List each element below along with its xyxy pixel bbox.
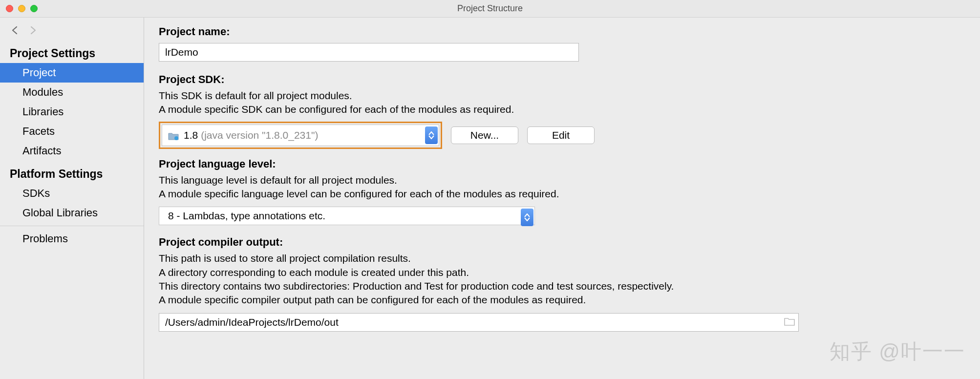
svg-point-0	[174, 136, 178, 140]
project-name-input[interactable]	[159, 43, 579, 62]
new-sdk-button[interactable]: New...	[451, 126, 518, 144]
sidebar-item-libraries[interactable]: Libraries	[0, 102, 144, 122]
compiler-output-desc4: A module specific compiler output path c…	[159, 293, 965, 307]
sidebar-heading-platform-settings: Platform Settings	[0, 161, 144, 184]
compiler-output-label: Project compiler output:	[159, 236, 965, 249]
lang-level-desc1: This language level is default for all p…	[159, 173, 965, 187]
compiler-output-desc3: This directory contains two subdirectori…	[159, 279, 965, 293]
titlebar: Project Structure	[0, 0, 980, 18]
sidebar-item-project[interactable]: Project	[0, 63, 144, 83]
sidebar-item-label: Facets	[22, 125, 55, 138]
sidebar-item-label: Global Libraries	[22, 207, 98, 219]
project-sdk-desc1: This SDK is default for all project modu…	[159, 89, 965, 103]
sidebar-item-problems[interactable]: Problems	[0, 229, 144, 249]
compiler-output-desc1: This path is used to store all project c…	[159, 252, 965, 265]
forward-button[interactable]	[27, 25, 38, 36]
lang-level-combobox[interactable]: 8 - Lambdas, type annotations etc.	[159, 207, 535, 225]
project-sdk-label: Project SDK:	[159, 73, 965, 86]
sidebar-item-artifacts[interactable]: Artifacts	[0, 141, 144, 161]
button-label: Edit	[552, 129, 570, 141]
sdk-highlight-box: 1.8 (java version "1.8.0_231")	[159, 122, 442, 149]
sdk-name: 1.8	[184, 129, 198, 141]
back-button[interactable]	[10, 25, 21, 36]
sidebar-item-label: Artifacts	[22, 145, 61, 157]
sidebar-item-modules[interactable]: Modules	[0, 83, 144, 102]
window-title: Project Structure	[0, 3, 980, 14]
sdk-detail: (java version "1.8.0_231")	[201, 129, 318, 141]
nav-history	[0, 21, 144, 40]
sidebar-heading-project-settings: Project Settings	[0, 40, 144, 63]
sidebar-item-label: Modules	[22, 86, 63, 99]
sidebar-item-sdks[interactable]: SDKs	[0, 184, 144, 203]
sidebar-item-label: Libraries	[22, 105, 64, 118]
compiler-output-input[interactable]: /Users/admin/IdeaProjects/lrDemo/out	[159, 313, 799, 332]
project-sdk-desc2: A module specific SDK can be configured …	[159, 103, 965, 116]
sidebar-item-facets[interactable]: Facets	[0, 122, 144, 141]
project-sdk-combobox[interactable]: 1.8 (java version "1.8.0_231")	[162, 125, 439, 146]
lang-level-value: 8 - Lambdas, type annotations etc.	[168, 210, 325, 222]
lang-level-label: Project language level:	[159, 158, 965, 170]
content-pane: Project name: Project SDK: This SDK is d…	[144, 18, 980, 379]
divider	[0, 226, 144, 226]
button-label: New...	[470, 129, 499, 141]
sdk-folder-icon	[168, 131, 179, 139]
lang-level-desc2: A module specific language level can be …	[159, 187, 965, 201]
combo-stepper-icon	[425, 126, 438, 144]
compiler-output-value: /Users/admin/IdeaProjects/lrDemo/out	[165, 316, 339, 328]
browse-folder-icon[interactable]	[784, 316, 795, 328]
compiler-output-desc2: A directory corresponding to each module…	[159, 266, 965, 279]
sidebar-item-label: Problems	[22, 232, 68, 245]
project-name-label: Project name:	[159, 25, 965, 38]
sidebar-item-label: Project	[22, 66, 56, 79]
sidebar: Project Settings Project Modules Librari…	[0, 18, 144, 379]
sidebar-item-global-libraries[interactable]: Global Libraries	[0, 203, 144, 223]
watermark: 知乎 @叶一一	[830, 338, 965, 365]
sidebar-item-label: SDKs	[22, 187, 50, 200]
combo-stepper-icon	[521, 209, 533, 226]
edit-sdk-button[interactable]: Edit	[527, 126, 595, 144]
